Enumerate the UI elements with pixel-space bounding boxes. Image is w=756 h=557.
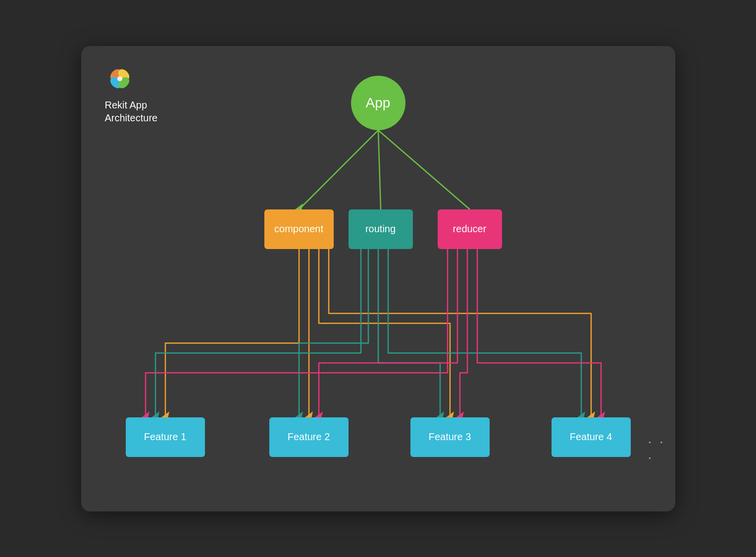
node-routing: routing (349, 209, 413, 249)
node-feature-4: Feature 4 (552, 417, 631, 457)
svg-line-5 (299, 130, 378, 209)
more-features-dots: · · · (648, 434, 675, 465)
logo-icon (105, 64, 135, 94)
svg-line-7 (378, 130, 470, 209)
logo-area: Rekit AppArchitecture (105, 64, 158, 124)
svg-line-6 (378, 130, 381, 209)
logo-text: Rekit AppArchitecture (105, 99, 158, 124)
main-card: Rekit AppArchitecture (81, 46, 675, 511)
node-feature-1: Feature 1 (126, 417, 205, 457)
node-app: App (351, 76, 405, 130)
node-feature-2: Feature 2 (269, 417, 349, 457)
svg-point-4 (117, 76, 122, 81)
node-feature-3: Feature 3 (410, 417, 490, 457)
node-reducer: reducer (438, 209, 502, 249)
node-component: component (264, 209, 334, 249)
